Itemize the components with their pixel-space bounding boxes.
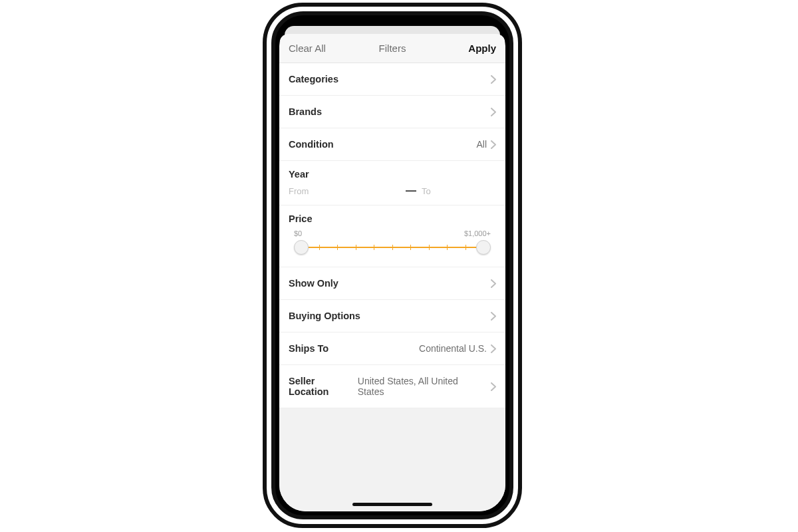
section-price: Price $0 $1,000+	[279, 205, 505, 267]
clear-all-button[interactable]: Clear All	[289, 43, 358, 54]
chevron-right-icon	[491, 344, 496, 353]
home-indicator[interactable]	[352, 503, 432, 506]
row-value: All	[476, 139, 487, 150]
section-label: Price	[289, 213, 496, 224]
apply-button[interactable]: Apply	[427, 43, 496, 54]
row-categories[interactable]: Categories	[279, 63, 505, 96]
section-label: Year	[289, 169, 496, 180]
chevron-right-icon	[491, 279, 496, 288]
sheet-header: Clear All Filters Apply	[279, 34, 505, 63]
slider-handle-min[interactable]	[294, 240, 309, 255]
chevron-right-icon	[491, 108, 496, 116]
filters-sheet: Clear All Filters Apply Categories	[279, 34, 505, 511]
year-from-input[interactable]	[289, 186, 400, 196]
row-condition[interactable]: Condition All	[279, 128, 505, 161]
row-label: Brands	[289, 106, 322, 117]
row-buying-options[interactable]: Buying Options	[279, 300, 505, 332]
filter-list: Categories Brands	[279, 63, 505, 408]
row-label: Condition	[289, 139, 334, 150]
chevron-right-icon	[491, 75, 496, 84]
year-to-input[interactable]	[422, 186, 505, 196]
price-min-label: $0	[294, 229, 302, 237]
chevron-right-icon	[491, 312, 496, 321]
row-value: Continental U.S.	[419, 343, 487, 354]
chevron-right-icon	[491, 140, 496, 149]
section-year: Year —	[279, 161, 505, 205]
row-label: Seller Location	[289, 376, 358, 397]
row-label: Show Only	[289, 278, 338, 289]
sheet-title: Filters	[358, 43, 427, 54]
chevron-right-icon	[491, 382, 496, 391]
row-ships-to[interactable]: Ships To Continental U.S.	[279, 332, 505, 365]
device-frame-inner: Clear All Filters Apply Categories	[271, 11, 513, 519]
slider-ticks	[301, 245, 484, 250]
row-label: Ships To	[289, 343, 329, 354]
row-brands[interactable]: Brands	[279, 96, 505, 128]
slider-handle-max[interactable]	[476, 240, 491, 255]
phone-screen: Clear All Filters Apply Categories	[279, 19, 505, 511]
range-dash: —	[400, 185, 422, 197]
row-seller-location[interactable]: Seller Location United States, All Unite…	[279, 365, 505, 408]
row-value: United States, All United States	[358, 376, 487, 397]
row-label: Buying Options	[289, 311, 360, 321]
price-max-label: $1,000+	[464, 229, 491, 237]
row-show-only[interactable]: Show Only	[279, 267, 505, 300]
row-label: Categories	[289, 74, 338, 84]
price-slider[interactable]	[294, 239, 491, 256]
list-end-filler	[279, 408, 505, 511]
